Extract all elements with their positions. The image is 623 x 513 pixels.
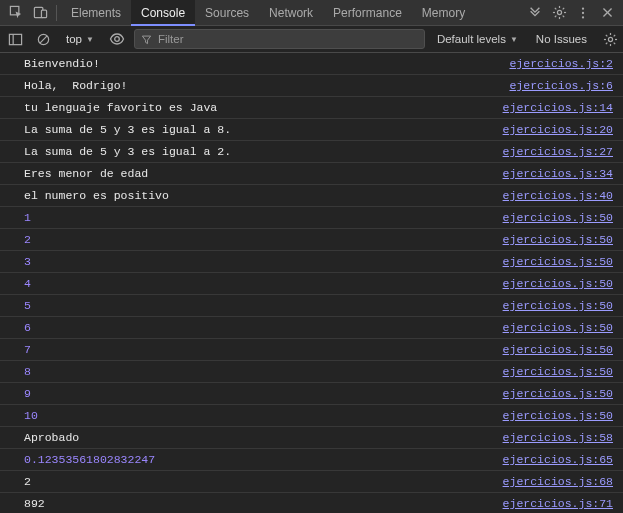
console-row: 0.12353561802832247ejercicios.js:65 [0, 449, 623, 471]
sidebar-toggle-icon[interactable] [4, 28, 26, 50]
source-link[interactable]: ejercicios.js:14 [503, 100, 613, 115]
console-row: 6ejercicios.js:50 [0, 317, 623, 339]
tab-memory[interactable]: Memory [412, 0, 475, 26]
source-link[interactable]: ejercicios.js:20 [503, 122, 613, 137]
console-message: 7 [24, 342, 31, 357]
tab-sources[interactable]: Sources [195, 0, 259, 26]
console-message: Bienvendio! [24, 56, 100, 71]
console-row: Aprobadoejercicios.js:58 [0, 427, 623, 449]
chevron-down-icon: ▼ [510, 35, 518, 44]
svg-rect-2 [41, 10, 46, 18]
console-message: Aprobado [24, 430, 79, 445]
source-link[interactable]: ejercicios.js:58 [503, 430, 613, 445]
devtools-tab-bar: ElementsConsoleSourcesNetworkPerformance… [0, 0, 623, 26]
source-link[interactable]: ejercicios.js:27 [503, 144, 613, 159]
issues-label: No Issues [536, 33, 587, 45]
source-link[interactable]: ejercicios.js:50 [503, 298, 613, 313]
console-row: 2ejercicios.js:68 [0, 471, 623, 493]
svg-line-8 [554, 8, 556, 10]
svg-line-29 [605, 42, 607, 44]
svg-line-10 [554, 16, 556, 18]
divider [56, 5, 57, 21]
console-row: 2ejercicios.js:50 [0, 229, 623, 251]
tab-console[interactable]: Console [131, 0, 195, 26]
console-row: 10ejercicios.js:50 [0, 405, 623, 427]
svg-line-9 [562, 16, 564, 18]
console-message: 3 [24, 254, 31, 269]
console-message: 5 [24, 298, 31, 313]
console-row: 7ejercicios.js:50 [0, 339, 623, 361]
console-message: 9 [24, 386, 31, 401]
tab-elements[interactable]: Elements [61, 0, 131, 26]
console-output[interactable]: Bienvendio!ejercicios.js:2Hola, Rodrigo!… [0, 53, 623, 513]
close-icon[interactable] [595, 1, 619, 25]
filter-icon [141, 34, 152, 45]
console-message: 1 [24, 210, 31, 225]
source-link[interactable]: ejercicios.js:2 [509, 56, 613, 71]
clear-console-icon[interactable] [32, 28, 54, 50]
console-message: 2 [24, 474, 31, 489]
levels-label: Default levels [437, 33, 506, 45]
console-toolbar: top ▼ Default levels ▼ No Issues [0, 26, 623, 53]
console-message: 0.12353561802832247 [24, 452, 155, 467]
console-message: tu lenguaje favorito es Java [24, 100, 217, 115]
console-message: La suma de 5 y 3 es igual a 2. [24, 144, 231, 159]
kebab-menu-icon[interactable] [571, 1, 595, 25]
console-row: La suma de 5 y 3 es igual a 8.ejercicios… [0, 119, 623, 141]
inspect-element-icon[interactable] [4, 1, 28, 25]
console-message: 892 [24, 496, 45, 511]
log-levels-selector[interactable]: Default levels ▼ [431, 33, 524, 45]
settings-gear-icon[interactable] [547, 1, 571, 25]
console-settings-gear-icon[interactable] [599, 28, 621, 50]
svg-point-3 [557, 10, 561, 14]
console-message: 6 [24, 320, 31, 335]
svg-point-12 [582, 7, 584, 9]
console-row: 3ejercicios.js:50 [0, 251, 623, 273]
console-row: Eres menor de edadejercicios.js:34 [0, 163, 623, 185]
console-message: 8 [24, 364, 31, 379]
source-link[interactable]: ejercicios.js:6 [509, 78, 613, 93]
svg-point-14 [582, 16, 584, 18]
source-link[interactable]: ejercicios.js:50 [503, 210, 613, 225]
console-row: Bienvendio!ejercicios.js:2 [0, 53, 623, 75]
source-link[interactable]: ejercicios.js:71 [503, 496, 613, 511]
source-link[interactable]: ejercicios.js:50 [503, 364, 613, 379]
live-expression-eye-icon[interactable] [106, 28, 128, 50]
issues-indicator[interactable]: No Issues [530, 33, 593, 45]
more-tabs-icon[interactable] [523, 1, 547, 25]
filter-field[interactable] [134, 29, 425, 49]
source-link[interactable]: ejercicios.js:50 [503, 232, 613, 247]
tab-network[interactable]: Network [259, 0, 323, 26]
svg-line-27 [605, 34, 607, 36]
console-message: el numero es positivo [24, 188, 169, 203]
context-selector[interactable]: top ▼ [60, 33, 100, 45]
console-row: La suma de 5 y 3 es igual a 2.ejercicios… [0, 141, 623, 163]
source-link[interactable]: ejercicios.js:40 [503, 188, 613, 203]
svg-point-13 [582, 11, 584, 13]
svg-line-11 [562, 8, 564, 10]
source-link[interactable]: ejercicios.js:34 [503, 166, 613, 181]
console-row: 4ejercicios.js:50 [0, 273, 623, 295]
filter-input[interactable] [158, 33, 418, 45]
svg-line-28 [613, 42, 615, 44]
context-label: top [66, 33, 82, 45]
device-toolbar-icon[interactable] [28, 1, 52, 25]
svg-point-22 [608, 37, 612, 41]
console-message: 4 [24, 276, 31, 291]
tab-performance[interactable]: Performance [323, 0, 412, 26]
source-link[interactable]: ejercicios.js:50 [503, 408, 613, 423]
source-link[interactable]: ejercicios.js:68 [503, 474, 613, 489]
console-row: el numero es positivoejercicios.js:40 [0, 185, 623, 207]
source-link[interactable]: ejercicios.js:50 [503, 254, 613, 269]
console-row: 9ejercicios.js:50 [0, 383, 623, 405]
svg-rect-17 [9, 34, 21, 44]
source-link[interactable]: ejercicios.js:50 [503, 342, 613, 357]
source-link[interactable]: ejercicios.js:65 [503, 452, 613, 467]
source-link[interactable]: ejercicios.js:50 [503, 276, 613, 291]
console-row: Hola, Rodrigo!ejercicios.js:6 [0, 75, 623, 97]
source-link[interactable]: ejercicios.js:50 [503, 386, 613, 401]
svg-line-30 [613, 34, 615, 36]
source-link[interactable]: ejercicios.js:50 [503, 320, 613, 335]
console-row: tu lenguaje favorito es Javaejercicios.j… [0, 97, 623, 119]
console-message: Eres menor de edad [24, 166, 148, 181]
